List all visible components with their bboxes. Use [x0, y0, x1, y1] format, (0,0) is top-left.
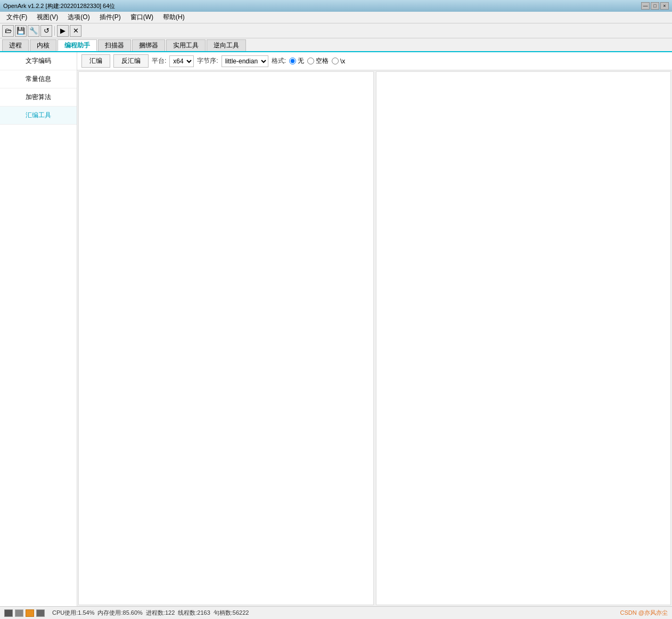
save-button[interactable]: 💾 [15, 25, 27, 37]
menu-plugins[interactable]: 插件(P) [95, 12, 125, 23]
asm-input-textarea[interactable] [79, 72, 373, 605]
tab-bundler[interactable]: 捆绑器 [132, 39, 165, 51]
tab-kernel[interactable]: 内核 [30, 39, 56, 51]
thread-count-text: 线程数:2163 [178, 609, 210, 617]
format-label: 格式: [272, 56, 286, 66]
maximize-btn[interactable]: □ [651, 2, 659, 10]
format-backslash-option[interactable]: \x [332, 58, 345, 65]
assemble-button[interactable]: 汇编 [81, 54, 110, 68]
tab-utilities[interactable]: 实用工具 [166, 39, 206, 51]
sidebar-item-crypto[interactable]: 加密算法 [0, 88, 77, 107]
menu-bar: 文件(F) 视图(V) 选项(O) 插件(P) 窗口(W) 帮助(H) [0, 12, 672, 23]
tab-process[interactable]: 进程 [2, 39, 29, 51]
format-backslash-radio[interactable] [332, 58, 339, 64]
sidebar-item-text-encoding[interactable]: 文字编码 [0, 52, 77, 70]
right-editor-panel[interactable] [376, 71, 671, 605]
sidebar: 文字编码 常量信息 加密算法 汇编工具 [0, 52, 77, 606]
sidebar-item-asm-tool[interactable]: 汇编工具 [0, 107, 77, 125]
format-none-label: 无 [298, 56, 304, 66]
platform-select[interactable]: x64 x86 [169, 55, 194, 67]
byte-order-label: 字节序: [197, 56, 218, 66]
tab-bar: 进程 内核 编程助手 扫描器 捆绑器 实用工具 逆向工具 [0, 38, 672, 52]
format-space-label: 空格 [316, 56, 329, 66]
format-radio-group: 无 空格 \x [289, 56, 345, 66]
menu-window[interactable]: 窗口(W) [126, 12, 158, 23]
status-icon-1 [4, 609, 13, 617]
close-titlebar-btn[interactable]: × [660, 2, 669, 10]
mem-usage-text: 内存使用:85.60% [97, 609, 142, 617]
status-right: CSDN @亦风亦尘 [620, 609, 668, 617]
menu-help[interactable]: 帮助(H) [159, 12, 189, 23]
stop-button[interactable]: ✕ [70, 25, 81, 37]
cpu-usage-text: CPU使用:1.54% [52, 609, 94, 617]
tab-reverse[interactable]: 逆向工具 [207, 39, 246, 51]
tab-coding-assistant[interactable]: 编程助手 [58, 39, 97, 51]
tab-scanner[interactable]: 扫描器 [98, 39, 131, 51]
disassemble-button[interactable]: 反汇编 [113, 54, 149, 68]
title-controls: — □ × [641, 2, 669, 10]
content-toolbar: 汇编 反汇编 平台: x64 x86 字节序: little-endian bi… [77, 52, 672, 70]
format-space-option[interactable]: 空格 [307, 56, 329, 66]
status-icons [4, 609, 45, 617]
toolbar-separator [54, 26, 55, 36]
open-button[interactable]: 🗁 [2, 25, 14, 37]
status-left: CPU使用:1.54% 内存使用:85.60% 进程数:122 线程数:2163… [4, 609, 620, 617]
handle-count-text: 句柄数:56222 [214, 609, 249, 617]
process-count-text: 进程数:122 [146, 609, 175, 617]
run-button[interactable]: ▶ [57, 25, 69, 37]
status-bar: CPU使用:1.54% 内存使用:85.60% 进程数:122 线程数:2163… [0, 606, 672, 619]
format-space-radio[interactable] [307, 58, 314, 64]
status-icon-2 [15, 609, 23, 617]
status-author-text: CSDN @亦风亦尘 [620, 609, 668, 616]
menu-view[interactable]: 视图(V) [32, 12, 62, 23]
platform-label: 平台: [152, 56, 166, 66]
toolbar: 🗁 💾 🔧 ↺ ▶ ✕ [0, 23, 672, 38]
format-none-radio[interactable] [289, 58, 296, 64]
sidebar-item-constant-info[interactable]: 常量信息 [0, 70, 77, 88]
menu-file[interactable]: 文件(F) [2, 12, 31, 23]
title-bar: OpenArk v1.2.2 [构建:202201282330] 64位 — □… [0, 0, 672, 12]
asm-output-textarea[interactable] [376, 72, 671, 605]
minimize-btn[interactable]: — [641, 2, 650, 10]
refresh-button[interactable]: ↺ [40, 25, 52, 37]
menu-options[interactable]: 选项(O) [63, 12, 94, 23]
main-content: 文字编码 常量信息 加密算法 汇编工具 汇编 反汇编 平台: x64 x86 字… [0, 52, 672, 606]
content-area: 汇编 反汇编 平台: x64 x86 字节序: little-endian bi… [77, 52, 672, 606]
title-text: OpenArk v1.2.2 [构建:202201282330] 64位 [3, 2, 641, 10]
editor-panels [77, 70, 672, 606]
status-icon-4 [36, 609, 45, 617]
format-none-option[interactable]: 无 [289, 56, 304, 66]
status-icon-3 [26, 609, 34, 617]
left-editor-panel[interactable] [78, 71, 374, 605]
byte-order-select[interactable]: little-endian big-endian [222, 55, 268, 67]
format-backslash-label: \x [340, 58, 345, 65]
tools-button[interactable]: 🔧 [28, 25, 39, 37]
